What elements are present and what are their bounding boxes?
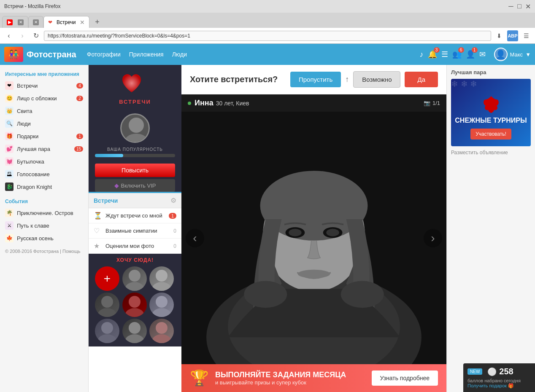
rated-zero: 0 (173, 243, 176, 249)
refresh-button[interactable]: ↻ (30, 30, 41, 41)
user-dropdown-icon[interactable]: ▼ (525, 51, 531, 58)
glory-label: Путь к славе (17, 223, 83, 229)
points-label: баллов набрано сегодня (467, 378, 531, 383)
sidebar-item-best-pair[interactable]: 💕 Лучшая пара 15 (0, 142, 88, 155)
meeting-item-rated[interactable]: ★ Оценили мои фото 0 (89, 239, 181, 254)
youtube-favicon: ▶ (7, 19, 13, 25)
vote-icon: 🗳 (5, 170, 14, 178)
meeting-item-waiting[interactable]: ⏳ Ждут встречи со мной 1 (89, 208, 181, 223)
hochu-add-button[interactable]: + (95, 266, 119, 291)
person-photo-container: ‹ › (181, 112, 446, 364)
trophy-icon: 🏆 (190, 369, 209, 387)
hochu-item-5[interactable] (149, 293, 174, 317)
ad-link[interactable]: Разместить объявление (451, 150, 531, 156)
vip-button[interactable]: ◆ Включить VIP (95, 179, 175, 192)
sidebar-item-svita[interactable]: 👑 Свита (0, 105, 88, 117)
hochu-item-3[interactable] (95, 293, 119, 317)
sidebar-item-adventure[interactable]: 🌴 Приключение. Остров (0, 207, 88, 219)
notifications-icon[interactable]: 🔔3 (428, 50, 437, 59)
site-name: Фотострана (27, 50, 76, 59)
tab-unknown[interactable]: ✕ (28, 16, 43, 28)
waiting-icon: ⏳ (94, 212, 102, 220)
hochu-item-6[interactable] (95, 319, 119, 343)
cover-icon: 😊 (5, 94, 14, 102)
meeting-card: Инна 30 лет, Киев 📷 1/1 (181, 94, 446, 392)
new-badge: NEW (467, 368, 482, 375)
cover-badge: 2 (76, 96, 83, 101)
prev-photo-button[interactable]: ‹ (186, 229, 204, 247)
user-badge: 1 (472, 47, 478, 53)
new-tab-button[interactable]: + (91, 16, 103, 28)
hochu-item-8[interactable] (149, 319, 174, 343)
sidebar-section-title: Интересные мне приложения (0, 69, 88, 79)
sidebar-item-autumn[interactable]: 🍁 Русская осень (0, 232, 88, 244)
participate-button[interactable]: Участвовать! (470, 129, 511, 140)
hochu-item-2[interactable] (149, 266, 174, 291)
hochu-item-1[interactable] (122, 266, 147, 291)
mail-icon[interactable]: ✉ (479, 50, 486, 59)
banner-button[interactable]: Узнать подробнее (372, 371, 438, 386)
sidebar-item-vstrechi[interactable]: ❤ Встречи 4 (0, 79, 88, 92)
vstrechi-label: Встречи (17, 83, 73, 89)
adventure-icon: 🌴 (5, 209, 14, 217)
unknown-tab-close[interactable]: ✕ (33, 19, 39, 25)
gifts-badge: 1 (76, 134, 83, 139)
forward-button[interactable]: › (17, 30, 28, 41)
svg-point-13 (98, 334, 116, 343)
svita-icon: 👑 (5, 107, 14, 115)
nav-people[interactable]: Люди (172, 51, 187, 58)
meeting-item-mutual[interactable]: ♡ Взаимные симпатии 0 (89, 223, 181, 239)
list-icon[interactable]: ☰ (441, 50, 448, 59)
cover-label: Лицо с обложки (17, 95, 73, 102)
next-photo-button[interactable]: › (424, 229, 442, 247)
autumn-icon: 🍁 (5, 234, 14, 242)
music-icon[interactable]: ♪ (420, 50, 424, 59)
logo-area[interactable]: 👫 Фотострана (4, 47, 76, 62)
maybe-button[interactable]: Возможно (353, 71, 400, 88)
adblock-button[interactable]: ABP (507, 30, 518, 41)
nav-photos[interactable]: Фотографии (87, 51, 121, 58)
adventure-label: Приключение. Остров (17, 210, 83, 216)
hochu-item-7[interactable] (122, 319, 147, 343)
window-controls: ─ □ ✕ (508, 3, 531, 9)
sidebar-item-gifts[interactable]: 🎁 Подарки 1 (0, 130, 88, 142)
heart-icon (119, 71, 144, 97)
minimize-button[interactable]: ─ (508, 3, 514, 9)
header-icons: ♪ 🔔3 ☰ 👥6 👤1 ✉ 👤 Макс ▼ (420, 48, 531, 61)
footer-text: © 2008-2016 Фотострана | Помощь (5, 249, 81, 254)
filter-icon[interactable]: ⚙ (170, 196, 176, 204)
tab-youtube[interactable]: ▶ ✕ (2, 16, 28, 28)
address-input[interactable] (44, 31, 491, 41)
gift-link[interactable]: Получить подарок 🎁 (467, 383, 531, 389)
boost-button[interactable]: Повысить (95, 164, 175, 177)
user-header[interactable]: 👤 Макс ▼ (494, 48, 531, 61)
svg-point-0 (129, 118, 144, 133)
sidebar-item-cover[interactable]: 😊 Лицо с обложки 2 (0, 92, 88, 105)
tab-vstrechi[interactable]: ❤ Встречи ✕ (43, 16, 89, 28)
friends-icon[interactable]: 👥6 (452, 50, 462, 59)
svg-point-5 (152, 282, 171, 291)
sidebar-item-dragon-knight[interactable]: 🐉 Dragon Knight (0, 180, 88, 193)
download-button[interactable]: ⬇ (494, 30, 505, 41)
sidebar-item-vote[interactable]: 🗳 Голосование (0, 168, 88, 180)
svg-point-7 (98, 308, 116, 317)
messages-icon[interactable]: 👤1 (466, 50, 475, 59)
nav-apps[interactable]: Приложения (129, 51, 164, 58)
svg-point-16 (156, 322, 168, 334)
youtube-tab-close[interactable]: ✕ (18, 19, 24, 25)
back-button[interactable]: ‹ (3, 30, 14, 41)
vstrechi-tab-close[interactable]: ✕ (80, 19, 85, 26)
user-avatar: 👤 (494, 48, 508, 61)
yes-button[interactable]: Да (405, 72, 438, 87)
maximize-button[interactable]: □ (516, 3, 522, 9)
hochu-item-4[interactable] (122, 293, 147, 317)
meeting-list-title: Встречи (94, 197, 170, 204)
sidebar-item-glory[interactable]: ⚔ Путь к славе (0, 219, 88, 232)
skip-button[interactable]: Пропустить (290, 72, 341, 87)
menu-button[interactable]: ☰ (521, 30, 532, 41)
action-question: Хотите встретиться? (190, 75, 278, 84)
person-age-city: 30 лет, Киев (216, 100, 249, 107)
close-button[interactable]: ✕ (525, 3, 531, 9)
sidebar-item-bottle[interactable]: 💓 Бутылочка (0, 155, 88, 168)
sidebar-item-people[interactable]: 🔍 Люди (0, 117, 88, 130)
